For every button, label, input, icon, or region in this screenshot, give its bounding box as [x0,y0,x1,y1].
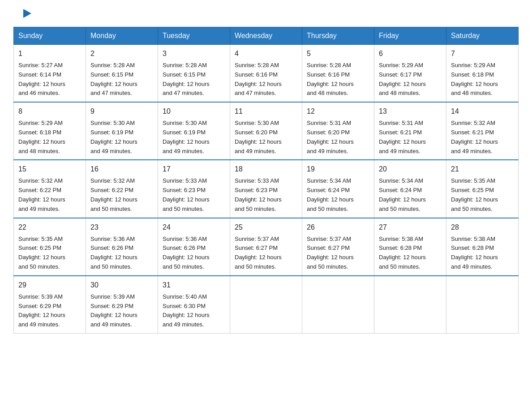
day-info: Sunrise: 5:39 AM Sunset: 6:29 PM Dayligh… [90,292,153,330]
day-number: 28 [451,222,514,233]
day-info: Sunrise: 5:34 AM Sunset: 6:24 PM Dayligh… [307,176,369,214]
calendar-cell: 8 Sunrise: 5:29 AM Sunset: 6:18 PM Dayli… [14,102,86,160]
col-header-saturday: Saturday [446,27,519,45]
day-info: Sunrise: 5:37 AM Sunset: 6:27 PM Dayligh… [235,235,297,272]
calendar-cell: 26 Sunrise: 5:37 AM Sunset: 6:27 PM Dayl… [302,218,374,276]
calendar-cell: 15 Sunrise: 5:32 AM Sunset: 6:22 PM Dayl… [14,160,86,218]
day-number: 30 [90,280,153,291]
day-info: Sunrise: 5:30 AM Sunset: 6:19 PM Dayligh… [90,119,153,156]
day-info: Sunrise: 5:30 AM Sunset: 6:19 PM Dayligh… [163,119,225,156]
calendar-table: SundayMondayTuesdayWednesdayThursdayFrid… [13,27,519,334]
day-info: Sunrise: 5:39 AM Sunset: 6:29 PM Dayligh… [18,292,81,330]
calendar-cell: 18 Sunrise: 5:33 AM Sunset: 6:23 PM Dayl… [230,160,302,218]
calendar-cell [230,276,302,334]
day-info: Sunrise: 5:29 AM Sunset: 6:18 PM Dayligh… [451,61,514,98]
day-number: 4 [235,48,297,59]
day-number: 22 [18,222,81,233]
day-info: Sunrise: 5:38 AM Sunset: 6:28 PM Dayligh… [379,235,442,272]
calendar-cell: 14 Sunrise: 5:32 AM Sunset: 6:21 PM Dayl… [446,102,519,160]
calendar-cell: 1 Sunrise: 5:27 AM Sunset: 6:14 PM Dayli… [14,45,86,103]
day-info: Sunrise: 5:36 AM Sunset: 6:26 PM Dayligh… [163,235,225,272]
calendar-cell: 21 Sunrise: 5:35 AM Sunset: 6:25 PM Dayl… [446,160,519,218]
logo-arrow-icon [23,9,31,18]
calendar-cell: 28 Sunrise: 5:38 AM Sunset: 6:28 PM Dayl… [446,218,519,276]
calendar-cell: 5 Sunrise: 5:28 AM Sunset: 6:16 PM Dayli… [302,45,374,103]
calendar-cell: 23 Sunrise: 5:36 AM Sunset: 6:26 PM Dayl… [86,218,158,276]
day-info: Sunrise: 5:27 AM Sunset: 6:14 PM Dayligh… [18,61,81,98]
logo-icon [13,9,31,18]
calendar-cell: 27 Sunrise: 5:38 AM Sunset: 6:28 PM Dayl… [374,218,446,276]
day-number: 25 [235,222,297,233]
day-info: Sunrise: 5:36 AM Sunset: 6:26 PM Dayligh… [90,235,153,272]
day-info: Sunrise: 5:28 AM Sunset: 6:16 PM Dayligh… [235,61,297,98]
day-info: Sunrise: 5:32 AM Sunset: 6:22 PM Dayligh… [18,176,81,214]
day-info: Sunrise: 5:32 AM Sunset: 6:21 PM Dayligh… [451,119,514,156]
day-number: 19 [307,164,369,175]
calendar-cell: 2 Sunrise: 5:28 AM Sunset: 6:15 PM Dayli… [86,45,158,103]
calendar-cell: 6 Sunrise: 5:29 AM Sunset: 6:17 PM Dayli… [374,45,446,103]
day-number: 29 [18,280,81,291]
day-number: 3 [163,48,225,59]
day-number: 15 [18,164,81,175]
col-header-sunday: Sunday [14,27,86,45]
day-number: 2 [90,48,153,59]
calendar-week-row: 8 Sunrise: 5:29 AM Sunset: 6:18 PM Dayli… [14,102,519,160]
day-info: Sunrise: 5:31 AM Sunset: 6:20 PM Dayligh… [307,119,369,156]
col-header-thursday: Thursday [302,27,374,45]
calendar-cell: 3 Sunrise: 5:28 AM Sunset: 6:15 PM Dayli… [158,45,230,103]
day-number: 5 [307,48,369,59]
calendar-cell: 31 Sunrise: 5:40 AM Sunset: 6:30 PM Dayl… [158,276,230,334]
calendar-week-row: 15 Sunrise: 5:32 AM Sunset: 6:22 PM Dayl… [14,160,519,218]
day-number: 11 [235,106,297,117]
day-number: 20 [379,164,442,175]
calendar-cell: 9 Sunrise: 5:30 AM Sunset: 6:19 PM Dayli… [86,102,158,160]
day-number: 7 [451,48,514,59]
day-info: Sunrise: 5:33 AM Sunset: 6:23 PM Dayligh… [163,176,225,214]
day-info: Sunrise: 5:28 AM Sunset: 6:15 PM Dayligh… [90,61,153,98]
calendar-cell: 29 Sunrise: 5:39 AM Sunset: 6:29 PM Dayl… [14,276,86,334]
day-number: 17 [163,164,225,175]
day-number: 6 [379,48,442,59]
calendar-cell: 24 Sunrise: 5:36 AM Sunset: 6:26 PM Dayl… [158,218,230,276]
day-number: 14 [451,106,514,117]
calendar-header-row: SundayMondayTuesdayWednesdayThursdayFrid… [14,27,519,45]
day-info: Sunrise: 5:35 AM Sunset: 6:25 PM Dayligh… [451,176,514,214]
day-number: 10 [163,106,225,117]
day-number: 23 [90,222,153,233]
calendar-cell: 7 Sunrise: 5:29 AM Sunset: 6:18 PM Dayli… [446,45,519,103]
day-info: Sunrise: 5:35 AM Sunset: 6:25 PM Dayligh… [18,235,81,272]
calendar-cell: 11 Sunrise: 5:30 AM Sunset: 6:20 PM Dayl… [230,102,302,160]
col-header-monday: Monday [86,27,158,45]
day-number: 26 [307,222,369,233]
logo [13,9,31,18]
calendar-cell: 10 Sunrise: 5:30 AM Sunset: 6:19 PM Dayl… [158,102,230,160]
day-number: 13 [379,106,442,117]
day-info: Sunrise: 5:29 AM Sunset: 6:17 PM Dayligh… [379,61,442,98]
day-number: 24 [163,222,225,233]
day-number: 18 [235,164,297,175]
calendar-cell: 20 Sunrise: 5:34 AM Sunset: 6:24 PM Dayl… [374,160,446,218]
calendar-cell: 19 Sunrise: 5:34 AM Sunset: 6:24 PM Dayl… [302,160,374,218]
day-info: Sunrise: 5:40 AM Sunset: 6:30 PM Dayligh… [163,292,225,330]
calendar-cell [374,276,446,334]
day-number: 27 [379,222,442,233]
day-info: Sunrise: 5:31 AM Sunset: 6:21 PM Dayligh… [379,119,442,156]
calendar-cell: 22 Sunrise: 5:35 AM Sunset: 6:25 PM Dayl… [14,218,86,276]
calendar-cell: 25 Sunrise: 5:37 AM Sunset: 6:27 PM Dayl… [230,218,302,276]
day-info: Sunrise: 5:29 AM Sunset: 6:18 PM Dayligh… [18,119,81,156]
calendar-cell: 13 Sunrise: 5:31 AM Sunset: 6:21 PM Dayl… [374,102,446,160]
day-info: Sunrise: 5:28 AM Sunset: 6:15 PM Dayligh… [163,61,225,98]
day-info: Sunrise: 5:28 AM Sunset: 6:16 PM Dayligh… [307,61,369,98]
day-info: Sunrise: 5:34 AM Sunset: 6:24 PM Dayligh… [379,176,442,214]
day-number: 9 [90,106,153,117]
calendar-cell: 12 Sunrise: 5:31 AM Sunset: 6:20 PM Dayl… [302,102,374,160]
col-header-wednesday: Wednesday [230,27,302,45]
calendar-week-row: 1 Sunrise: 5:27 AM Sunset: 6:14 PM Dayli… [14,45,519,103]
day-number: 21 [451,164,514,175]
calendar-cell [446,276,519,334]
day-number: 16 [90,164,153,175]
day-info: Sunrise: 5:33 AM Sunset: 6:23 PM Dayligh… [235,176,297,214]
calendar-cell: 4 Sunrise: 5:28 AM Sunset: 6:16 PM Dayli… [230,45,302,103]
day-number: 1 [18,48,81,59]
day-info: Sunrise: 5:32 AM Sunset: 6:22 PM Dayligh… [90,176,153,214]
